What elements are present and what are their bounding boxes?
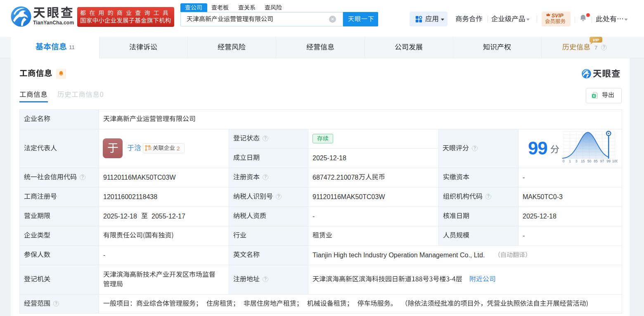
svg-text:1: 1 [569, 159, 571, 163]
svg-text:50: 50 [587, 159, 592, 163]
svg-text:15: 15 [581, 159, 585, 163]
svg-text:85: 85 [594, 159, 598, 163]
svg-text:0: 0 [563, 159, 565, 163]
svg-text:100: 100 [612, 159, 618, 163]
svg-text:3: 3 [575, 159, 578, 163]
svg-text:99: 99 [606, 159, 611, 163]
svg-text:VIP: VIP [593, 38, 599, 42]
svg-text:97: 97 [600, 159, 604, 163]
